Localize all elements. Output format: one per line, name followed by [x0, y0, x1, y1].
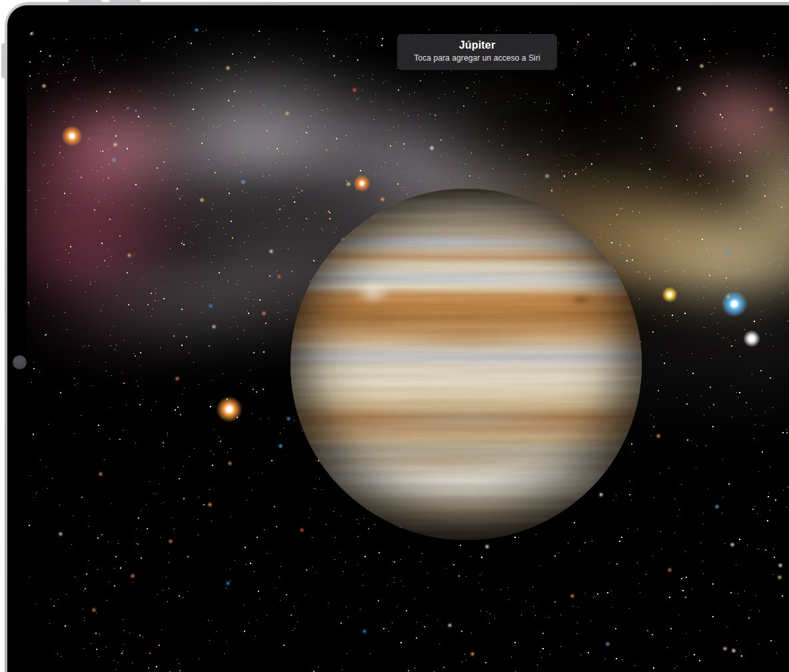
bright-star — [662, 287, 678, 303]
bright-star — [61, 125, 83, 147]
bright-star — [216, 396, 243, 423]
siri-suggestion-banner[interactable]: Júpiter Toca para agregar un acceso a Si… — [397, 34, 557, 70]
bright-star — [743, 330, 760, 347]
planet-shading — [291, 189, 642, 540]
bright-star — [721, 291, 748, 317]
planet-jupiter — [291, 189, 642, 540]
banner-title: Júpiter — [397, 39, 557, 51]
front-camera-icon — [13, 355, 27, 369]
banner-subtitle: Toca para agregar un acceso a Siri — [397, 53, 557, 63]
tablet-screen: Júpiter Toca para agregar un acceso a Si… — [27, 28, 789, 672]
page-background: Júpiter Toca para agregar un acceso a Si… — [0, 0, 789, 672]
tablet-frame: Júpiter Toca para agregar un acceso a Si… — [5, 2, 789, 672]
bright-star — [353, 175, 371, 192]
